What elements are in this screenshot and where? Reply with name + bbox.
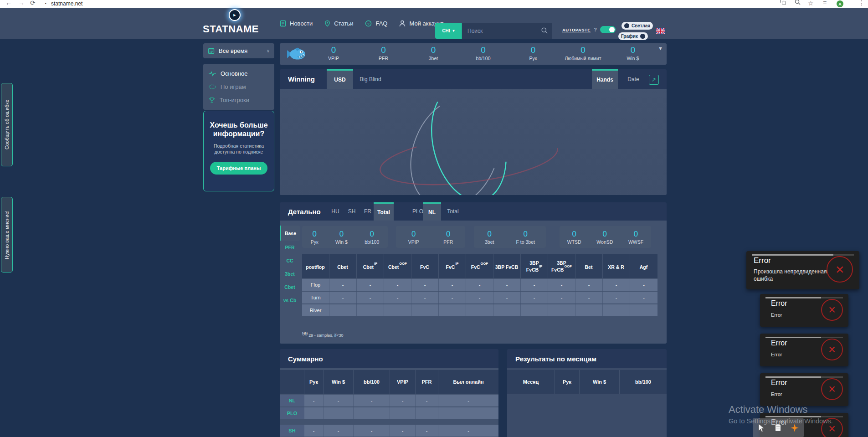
error-toast[interactable]: Error Error × [760, 334, 848, 366]
table-cell: - [357, 279, 384, 291]
browser-forward-icon[interactable]: → [18, 0, 25, 6]
table-cell: - [438, 425, 498, 437]
samples-footnote: 9929 - samples, if<30 [302, 329, 344, 337]
report-bug-tab[interactable]: Сообщить об ошибке [1, 83, 13, 166]
bookmark-star-icon[interactable]: ☆ [808, 0, 814, 7]
close-icon[interactable]: × [821, 418, 843, 437]
period-select[interactable]: Все время ∨ [203, 43, 274, 58]
theme-toggle[interactable]: Светлая [621, 22, 653, 30]
table-cell: - [466, 292, 493, 303]
tab-nl[interactable]: NL [423, 202, 441, 221]
error-toast[interactable]: Error Произошла непредвиденная ошибка × [746, 251, 859, 289]
close-icon[interactable]: × [827, 256, 853, 283]
tab-pfr[interactable]: PFR [280, 241, 300, 254]
summary-table-header: РукWin $bb/100VPIPPFRБыл онлайн [280, 370, 498, 394]
tab-format-total[interactable]: Total [374, 202, 394, 221]
sidebar-item-games-label: По играм [221, 83, 246, 90]
summary-group-1: NL ------ PLO ------ [280, 395, 498, 419]
table-cell: - [304, 395, 324, 406]
feedback-tab[interactable]: Нужно ваше мнение! [1, 197, 13, 272]
column-header: bb/100 [354, 370, 390, 394]
close-icon[interactable]: × [821, 299, 843, 321]
tab-usd[interactable]: USD [327, 69, 353, 89]
tab-3bet[interactable]: 3bet [280, 267, 300, 280]
sidebar-item-games[interactable]: По играм [203, 80, 274, 93]
stat-label: VPIP [315, 56, 352, 61]
postflop-table: postflop Cbet CbetIP CbetOOP FvC FvCIP F… [302, 254, 657, 316]
column-header [280, 370, 304, 394]
room-select-button[interactable]: CHI ▾ [435, 23, 462, 39]
group-spacer [280, 419, 498, 424]
error-toast[interactable]: Error Error × [760, 294, 848, 327]
toast-title: Error [754, 256, 771, 265]
tab-hu[interactable]: HU [328, 202, 343, 221]
tab-cc[interactable]: CC [280, 254, 300, 267]
tab-vs-cb[interactable]: vs Cb [280, 293, 300, 307]
address-bar[interactable]: statname.net [51, 0, 82, 7]
search-icon[interactable] [541, 27, 548, 34]
screenshot-tray-popup [753, 418, 804, 437]
pricing-plans-button[interactable]: Тарифные планы [210, 162, 268, 175]
site-info-icon[interactable]: ▪ [45, 1, 46, 5]
monthly-table: МесяцРукWin $bb/100 [507, 368, 667, 437]
autopaste-help-icon[interactable]: ? [594, 27, 597, 32]
logo-text: STATNAME [203, 23, 259, 35]
stat-value: 0 [565, 45, 601, 55]
column-header: FvCIP [439, 254, 466, 278]
table-cell: - [324, 395, 354, 406]
detail-title: Детально [288, 202, 321, 221]
tab-big-blind[interactable]: Big Blind [357, 69, 384, 89]
tab-hands[interactable]: Hands [592, 69, 618, 89]
tab-sh[interactable]: SH [344, 202, 359, 221]
reading-list-icon[interactable]: ≡ [823, 0, 827, 6]
expand-chart-icon[interactable]: ↗ [649, 75, 659, 85]
sidebar-item-top-players[interactable]: Топ-игроки [203, 93, 274, 107]
table-cell: - [354, 407, 390, 419]
browser-reload-icon[interactable]: ⟳ [30, 0, 36, 6]
browser-back-icon[interactable]: ← [5, 0, 12, 6]
language-flag-icon[interactable] [656, 28, 665, 34]
zoom-icon[interactable] [795, 0, 801, 5]
stat-label: bb/100 [465, 56, 501, 61]
table-row: Turn ------------ [302, 292, 657, 303]
table-cell: - [354, 425, 390, 437]
autopaste-toggle[interactable] [600, 26, 616, 33]
nav-faq[interactable]: ? FAQ [365, 20, 387, 27]
table-cell: - [521, 304, 548, 316]
statbar-collapse-caret-icon[interactable]: ▼ [658, 46, 663, 51]
row-label[interactable]: NL [280, 395, 304, 406]
column-header: VPIP [390, 370, 416, 394]
sidebar-item-main[interactable]: Основное [203, 67, 274, 80]
search-input[interactable] [462, 23, 552, 39]
autopaste-label[interactable]: AUTOPASTE [562, 27, 591, 32]
logo[interactable]: ► STATNAME [203, 9, 267, 37]
close-icon[interactable]: × [821, 378, 843, 400]
monthly-title: Результаты по месяцам [515, 349, 596, 368]
stat-item: 0VPIP [408, 230, 419, 245]
tab-cbet[interactable]: Cbet [280, 280, 300, 293]
row-label[interactable]: PLO [280, 407, 304, 419]
tab-base[interactable]: Base [280, 226, 300, 241]
tab-fr[interactable]: FR [361, 202, 375, 221]
browser-profile-avatar[interactable]: A [837, 0, 843, 7]
close-icon[interactable]: × [821, 339, 843, 360]
graph-toggle-label: График [621, 34, 638, 39]
table-row: SH ------ [280, 425, 498, 437]
tab-game-total[interactable]: Total [443, 202, 463, 221]
error-toast[interactable]: Error Error × [760, 373, 848, 406]
row-label: Flop [302, 279, 329, 291]
nav-articles[interactable]: Статьи [324, 20, 353, 27]
row-label[interactable]: SH [280, 425, 304, 437]
toast-message: Error [771, 312, 782, 318]
table-cell: - [304, 407, 324, 419]
stat-item: 0F to 3bet [516, 230, 535, 245]
nav-news[interactable]: Новости [280, 20, 313, 27]
stat-item: 0PFR [443, 230, 453, 245]
browser-menu-kebab-icon[interactable]: ⋮ [858, 0, 865, 6]
tab-date[interactable]: Date [625, 69, 642, 89]
graph-toggle[interactable]: График [618, 32, 648, 40]
user-icon [399, 20, 406, 27]
stat-label: Любимый лимит [565, 56, 601, 61]
postflop-table-rows: Flop ------------ Turn ------------ Rive… [302, 279, 657, 316]
translate-icon[interactable] [780, 0, 786, 5]
